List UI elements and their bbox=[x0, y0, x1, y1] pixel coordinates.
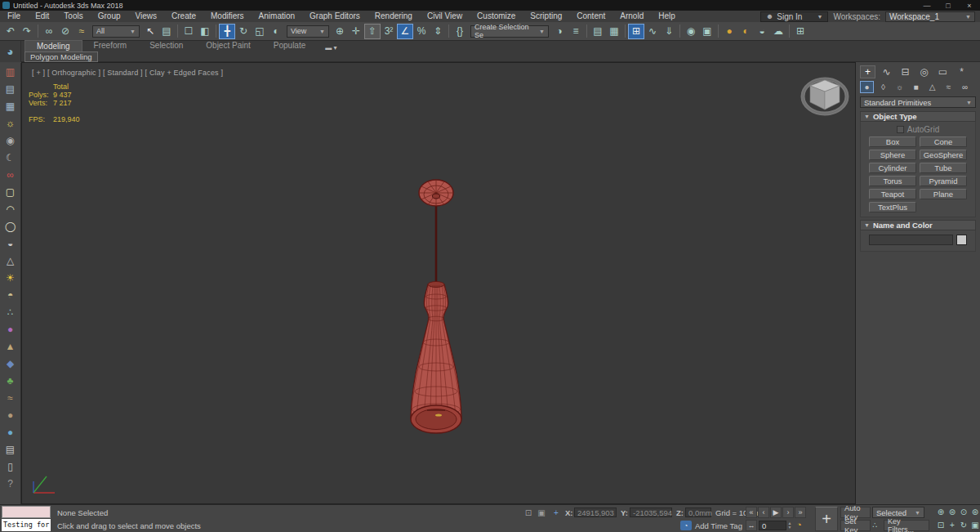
separator[interactable] bbox=[625, 25, 626, 38]
open-autoback-icon[interactable]: ⊞ bbox=[792, 24, 808, 39]
material-editor-icon[interactable]: ◉ bbox=[683, 24, 699, 39]
minimize-button[interactable]: — bbox=[916, 0, 938, 11]
zoom-extents-all-icon[interactable]: ⊛ bbox=[970, 507, 980, 517]
systems-tab[interactable]: ∞ bbox=[958, 81, 972, 93]
menu-item[interactable]: Group bbox=[91, 11, 128, 20]
mirror-icon[interactable]: ◑ bbox=[551, 24, 568, 39]
key-filter-icon[interactable]: ∴ bbox=[872, 521, 877, 530]
select-and-link-icon[interactable]: ∞ bbox=[41, 24, 57, 39]
select-by-name-icon[interactable]: ▤ bbox=[158, 24, 175, 39]
camera-icon[interactable]: ◉ bbox=[2, 132, 20, 149]
stereo-glasses-icon[interactable]: ∞ bbox=[2, 166, 20, 183]
play-button[interactable]: ▶ bbox=[770, 507, 782, 518]
menu-item[interactable]: Graph Editors bbox=[302, 11, 368, 20]
menu-item[interactable]: File bbox=[0, 11, 28, 20]
motion-tab[interactable]: ◎ bbox=[916, 65, 932, 78]
sphere-blue-icon[interactable]: ● bbox=[2, 423, 20, 440]
clipboard-icon[interactable]: ▤ bbox=[2, 440, 20, 458]
pyramid-icon[interactable]: ▲ bbox=[2, 338, 20, 355]
object-name-field[interactable] bbox=[869, 235, 953, 245]
redo-icon[interactable]: ↷ bbox=[19, 24, 35, 39]
scene-explorer-icon[interactable]: ▤ bbox=[590, 24, 606, 39]
separator[interactable] bbox=[718, 25, 719, 38]
z-coordinate-field[interactable]: 0,0mm bbox=[685, 507, 711, 517]
previous-frame-button[interactable]: ‹ bbox=[758, 507, 769, 518]
snaps-toggle-3d-icon[interactable]: 3² bbox=[381, 24, 397, 39]
create-tab[interactable]: + bbox=[860, 65, 875, 78]
ribbon-tab[interactable]: Object Paint bbox=[194, 40, 261, 51]
scene-canvas[interactable] bbox=[22, 63, 855, 503]
select-object-icon[interactable]: ↖ bbox=[142, 24, 158, 39]
maximize-viewport-icon[interactable]: ▣ bbox=[970, 520, 980, 530]
ribbon-more-icon[interactable]: ▬ ▾ bbox=[325, 44, 336, 51]
particles-icon[interactable]: ∴ bbox=[2, 303, 20, 320]
ribbon-launcher-teapot-icon[interactable]: ◕ bbox=[0, 41, 21, 62]
angle-snap-toggle-icon[interactable]: ∠ bbox=[397, 24, 413, 39]
menu-item[interactable]: Content bbox=[569, 11, 612, 20]
rectangular-selection-region-icon[interactable]: ☐ bbox=[180, 24, 197, 39]
object-color-swatch[interactable] bbox=[956, 235, 967, 245]
teapot-primitive-icon[interactable]: ◒ bbox=[2, 235, 20, 252]
name-and-color-rollout-header[interactable]: ▼ Name and Color bbox=[860, 220, 976, 230]
maxscript-listener-input[interactable]: Testing for i bbox=[2, 519, 51, 531]
light-icon[interactable]: ☼ bbox=[2, 114, 20, 132]
go-to-end-button[interactable]: » bbox=[795, 507, 806, 518]
orbit-icon[interactable]: ↻ bbox=[959, 520, 969, 530]
ribbon-tab[interactable]: Freeform bbox=[82, 40, 139, 51]
object-type-button[interactable]: Box bbox=[869, 136, 916, 147]
hemisphere-icon[interactable]: ◓ bbox=[2, 286, 20, 303]
go-to-start-button[interactable]: « bbox=[746, 507, 757, 518]
add-time-tag[interactable]: Add Time Tag bbox=[695, 521, 742, 530]
next-frame-button[interactable]: › bbox=[782, 507, 794, 518]
zoom-icon[interactable]: ⊕ bbox=[936, 507, 946, 517]
object-type-button[interactable]: Teapot bbox=[869, 189, 916, 199]
separator[interactable] bbox=[679, 25, 680, 38]
cone-primitive-icon[interactable]: △ bbox=[2, 252, 20, 269]
select-and-rotate-icon[interactable]: ↻ bbox=[235, 24, 252, 39]
object-type-button[interactable]: Cone bbox=[920, 136, 967, 147]
time-tag-icon[interactable]: ◔ bbox=[680, 521, 692, 530]
modify-tab[interactable]: ∿ bbox=[879, 65, 894, 78]
viewport-layout-icon[interactable]: ▥ bbox=[2, 63, 20, 80]
hierarchy-tab[interactable]: ⊟ bbox=[898, 65, 913, 78]
plane-primitive-icon[interactable]: ▢ bbox=[2, 183, 20, 200]
ribbon-tab[interactable]: Populate bbox=[262, 40, 317, 51]
help-icon[interactable]: ? bbox=[2, 475, 20, 492]
document-icon[interactable]: ▯ bbox=[2, 458, 20, 475]
select-and-place-icon[interactable]: ◐ bbox=[268, 24, 284, 39]
zoom-extents-icon[interactable]: ⊙ bbox=[959, 507, 969, 517]
menu-item[interactable]: Edit bbox=[28, 11, 56, 20]
key-filters-button[interactable]: Key Filters... bbox=[884, 520, 929, 531]
object-type-button[interactable]: Tube bbox=[920, 163, 967, 173]
polygon-modeling-tab[interactable]: Polygon Modeling bbox=[24, 51, 98, 62]
render-production-teapot-icon[interactable]: ● bbox=[721, 24, 737, 39]
viewport[interactable]: [ + ] [ Orthographic ] [ Standard ] [ Cl… bbox=[21, 62, 856, 504]
y-coordinate-field[interactable]: -21035,594 bbox=[630, 507, 672, 517]
ribbon-tab[interactable]: Modeling bbox=[24, 40, 82, 51]
menu-item[interactable]: Views bbox=[128, 11, 165, 20]
menu-item[interactable]: Create bbox=[164, 11, 203, 20]
render-in-cloud-icon[interactable]: ☁ bbox=[770, 24, 786, 39]
display-tab[interactable]: ▭ bbox=[935, 65, 951, 78]
separator[interactable] bbox=[789, 25, 790, 38]
keyboard-shortcut-override-icon[interactable]: ⇧ bbox=[364, 24, 381, 39]
zoom-all-icon[interactable]: ⊜ bbox=[947, 507, 957, 517]
primitive-category-dropdown[interactable]: Standard Primitives▼ bbox=[860, 96, 976, 108]
scene-explorer-list-icon[interactable]: ▤ bbox=[2, 80, 20, 97]
render-iterative-teapot-icon[interactable]: ◐ bbox=[737, 24, 754, 39]
select-and-move-icon[interactable]: ╋ bbox=[219, 24, 235, 39]
object-type-button[interactable]: GeoSphere bbox=[920, 150, 967, 160]
select-and-manipulate-icon[interactable]: ✛ bbox=[348, 24, 364, 39]
torus-primitive-icon[interactable]: ◯ bbox=[2, 217, 20, 235]
reference-coordinate-dropdown[interactable]: View▼ bbox=[287, 25, 329, 38]
x-coordinate-field[interactable]: 24915,903 bbox=[574, 507, 617, 517]
pan-icon[interactable]: + bbox=[947, 520, 957, 530]
cameras-tab[interactable]: ■ bbox=[909, 81, 923, 93]
separator[interactable] bbox=[216, 25, 216, 38]
close-button[interactable]: × bbox=[959, 0, 980, 11]
transform-gizmo-icon[interactable]: + bbox=[550, 507, 562, 518]
helpers-tab[interactable]: △ bbox=[925, 81, 939, 93]
sun-icon[interactable]: ☀ bbox=[2, 269, 20, 286]
dome-primitive-icon[interactable]: ◠ bbox=[2, 200, 20, 217]
menu-item[interactable]: Rendering bbox=[368, 11, 420, 20]
